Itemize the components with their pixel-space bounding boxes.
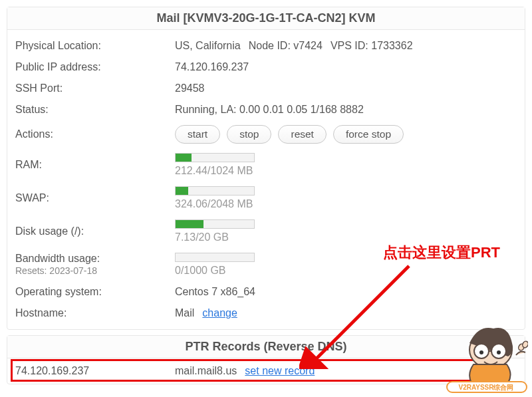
bw-bar — [175, 253, 255, 262]
row-public-ip: Public IP address: 74.120.169.237 — [15, 57, 517, 78]
vps-id: VPS ID: 1733362 — [331, 40, 413, 52]
actions-label: Actions: — [15, 128, 175, 140]
row-status: Status: Running, LA: 0.00 0.01 0.05 1/16… — [15, 99, 517, 120]
physical-location-label: Physical Location: — [15, 40, 175, 52]
svg-point-5 — [479, 350, 483, 354]
bandwidth-text: 0/1000 GB — [175, 265, 255, 277]
ram-bar — [175, 153, 255, 162]
public-ip-value: 74.120.169.237 — [175, 61, 517, 73]
status-value: Running, LA: 0.00 0.01 0.05 1/168 8882 — [175, 104, 517, 116]
disk-label: Disk usage (/): — [15, 225, 175, 237]
watermark-logo: V2RAYSSR综合网 — [442, 323, 528, 393]
ram-text: 212.44/1024 MB — [175, 165, 255, 177]
start-button[interactable]: start — [175, 125, 220, 144]
ptr-hostname: mail.mail8.us — [175, 365, 237, 377]
row-physical-location: Physical Location: US, California Node I… — [15, 35, 517, 57]
swap-text: 324.06/2048 MB — [175, 198, 255, 210]
disk-text: 7.13/20 GB — [175, 231, 255, 243]
svg-point-6 — [497, 350, 501, 354]
set-new-record-link[interactable]: set new record — [245, 365, 315, 377]
bandwidth-label: Bandwidth usage: — [15, 253, 100, 264]
status-label: Status: — [15, 104, 175, 116]
vps-info-panel: Mail [KVMV3-20G-1G-1T-CA-CN2] KVM Physic… — [7, 7, 525, 330]
row-ram: RAM: 212.44/1024 MB — [15, 148, 517, 182]
bandwidth-reset: Resets: 2023-07-18 — [15, 265, 97, 276]
ssh-port-value: 29458 — [175, 82, 517, 94]
row-actions: Actions: start stop reset force stop — [15, 120, 517, 148]
force-stop-button[interactable]: force stop — [333, 125, 404, 144]
row-hostname: Hostname: Mail change — [15, 303, 517, 324]
ptr-ip: 74.120.169.237 — [15, 365, 175, 377]
actions-button-row: start stop reset force stop — [175, 125, 404, 144]
hostname-value: Mail — [175, 307, 194, 319]
info-table: Physical Location: US, California Node I… — [15, 35, 517, 324]
swap-bar — [175, 186, 255, 196]
ram-label: RAM: — [15, 159, 175, 171]
os-label: Operating system: — [15, 286, 175, 298]
disk-bar — [175, 219, 255, 229]
ssh-port-label: SSH Port: — [15, 82, 175, 94]
change-link[interactable]: change — [202, 307, 237, 319]
row-ssh-port: SSH Port: 29458 — [15, 78, 517, 99]
public-ip-label: Public IP address: — [15, 61, 175, 73]
reset-button[interactable]: reset — [278, 125, 326, 144]
physical-location-value: US, California — [175, 40, 241, 52]
node-id: Node ID: v7424 — [249, 40, 323, 52]
stop-button[interactable]: stop — [227, 125, 271, 144]
swap-label: SWAP: — [15, 192, 175, 204]
os-value: Centos 7 x86_64 — [175, 286, 517, 298]
panel-body: Physical Location: US, California Node I… — [7, 30, 525, 329]
row-swap: SWAP: 324.06/2048 MB — [15, 182, 517, 215]
hostname-label: Hostname: — [15, 307, 175, 319]
row-os: Operating system: Centos 7 x86_64 — [15, 281, 517, 303]
annotation-text: 点击这里设置PRT — [383, 243, 500, 263]
watermark-text: V2RAYSSR综合网 — [459, 384, 514, 391]
panel-title: Mail [KVMV3-20G-1G-1T-CA-CN2] KVM — [7, 7, 525, 30]
